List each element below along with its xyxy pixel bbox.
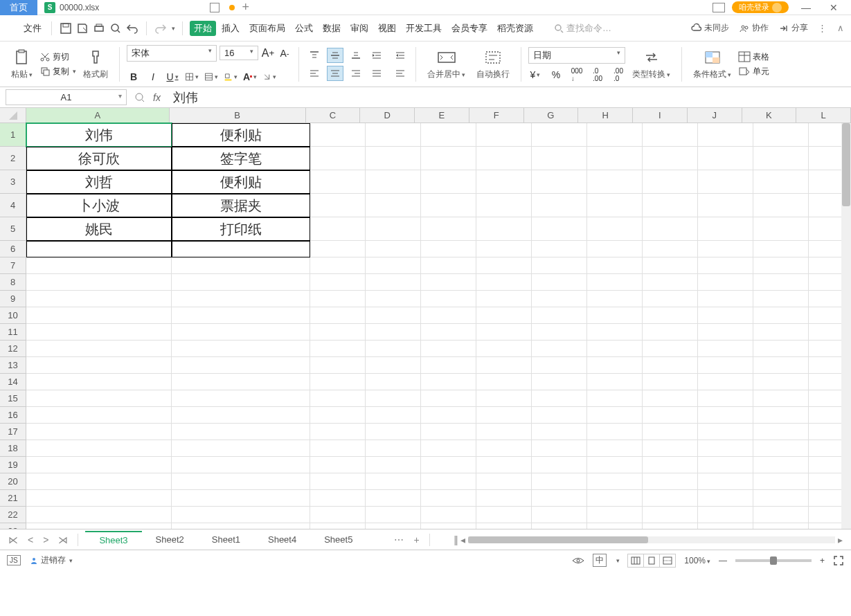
cell-C6[interactable] [310,241,366,257]
cell-K7[interactable] [753,257,809,274]
cell-B9[interactable] [172,291,310,307]
cell-C12[interactable] [310,341,366,357]
sheet-tab-Sheet3[interactable]: Sheet3 [85,531,141,548]
cell-A5[interactable]: 姚民 [26,217,172,241]
window-layout-icon[interactable] [713,3,725,12]
cell-J16[interactable] [698,407,753,424]
cell-I10[interactable] [643,307,698,324]
cell-J1[interactable] [698,123,753,147]
col-header-D[interactable]: D [360,108,415,123]
cell-G20[interactable] [532,473,587,490]
cell-E3[interactable] [421,170,476,194]
cell-J21[interactable] [698,490,753,507]
zoom-in-button[interactable]: + [820,556,825,565]
clear-format-button[interactable]: ▾ [262,70,276,84]
cell-A13[interactable] [26,357,172,374]
cell-B19[interactable] [172,457,310,473]
format-painter-button[interactable]: 格式刷 [79,48,112,80]
col-header-J[interactable]: J [688,108,742,123]
row-header-6[interactable]: 6 [0,241,26,257]
cell-K17[interactable] [753,424,809,440]
cell-B10[interactable] [172,307,310,324]
file-menu[interactable]: 文件 [21,22,44,35]
cell-B12[interactable] [172,341,310,357]
cell-J11[interactable] [698,324,753,341]
cell-D16[interactable] [366,407,421,424]
cell-I11[interactable] [643,324,698,341]
cell-K10[interactable] [753,307,809,324]
cell-A8[interactable] [26,274,172,291]
row-header-19[interactable]: 19 [0,457,26,473]
cell-D1[interactable] [366,123,421,147]
break-view[interactable] [659,554,676,568]
cell-H9[interactable] [587,291,643,307]
cell-C23[interactable] [310,523,366,529]
cell-A2[interactable]: 徐可欣 [26,147,172,170]
cell-K2[interactable] [753,147,809,170]
cell-F1[interactable] [476,123,532,147]
cell-K22[interactable] [753,507,809,523]
row-header-8[interactable]: 8 [0,274,26,291]
command-search[interactable]: 查找命令… [554,22,611,35]
col-header-K[interactable]: K [742,108,797,123]
cell-G19[interactable] [532,457,587,473]
cell-D18[interactable] [366,440,421,457]
cell-A3[interactable]: 刘哲 [26,170,172,194]
cell-B11[interactable] [172,324,310,341]
cell-G21[interactable] [532,490,587,507]
cell-H10[interactable] [587,307,643,324]
comma-button[interactable]: 000↓ [570,68,584,82]
cell-I4[interactable] [643,194,698,217]
cell-E4[interactable] [421,194,476,217]
cell-C1[interactable] [310,123,366,147]
cell-G3[interactable] [532,170,587,194]
col-header-I[interactable]: I [633,108,688,123]
cell-E8[interactable] [421,274,476,291]
fx-icon[interactable]: fx [153,92,161,103]
cell-I21[interactable] [643,490,698,507]
cell-E18[interactable] [421,440,476,457]
cell-B4[interactable]: 票据夹 [172,194,310,217]
cell-H1[interactable] [587,123,643,147]
select-all-corner[interactable] [0,108,26,123]
cell-E19[interactable] [421,457,476,473]
cell-E16[interactable] [421,407,476,424]
undo-icon[interactable] [125,21,139,35]
cell-E7[interactable] [421,257,476,274]
cell-H8[interactable] [587,274,643,291]
cell-G10[interactable] [532,307,587,324]
indent-inc-button[interactable] [368,48,385,63]
worksheet-grid[interactable]: ABCDEFGHIJKL 123456789101112131415161718… [0,108,851,529]
cell-A17[interactable] [26,424,172,440]
cell-C16[interactable] [310,407,366,424]
cell-D2[interactable] [366,147,421,170]
file-tab[interactable]: S 00000.xlsx [37,0,106,15]
cell-C2[interactable] [310,147,366,170]
sheet-nav-last[interactable]: ⋊ [55,534,71,545]
cell-B23[interactable] [172,523,310,529]
cell-K15[interactable] [753,390,809,407]
cell-A11[interactable] [26,324,172,341]
cell-I2[interactable] [643,147,698,170]
row-header-1[interactable]: 1 [0,123,26,147]
cell-K14[interactable] [753,374,809,390]
cell-H4[interactable] [587,194,643,217]
row-header-12[interactable]: 12 [0,341,26,357]
cell-A14[interactable] [26,374,172,390]
cell-E12[interactable] [421,341,476,357]
sheet-more[interactable]: ⋯ [391,534,406,545]
hscroll-right[interactable]: ▸ [835,534,845,545]
cell-E9[interactable] [421,291,476,307]
minimize-button[interactable]: — [796,2,816,13]
row-header-16[interactable]: 16 [0,407,26,424]
cell-G4[interactable] [532,194,587,217]
cell-I13[interactable] [643,357,698,374]
cell-D23[interactable] [366,523,421,529]
cell-D17[interactable] [366,424,421,440]
paste-button[interactable]: 粘贴▾ [7,48,37,80]
cell-J23[interactable] [698,523,753,529]
cell-J22[interactable] [698,507,753,523]
ribbon-tab-1[interactable]: 插入 [217,21,244,36]
sync-status[interactable]: 未同步 [691,22,729,34]
cell-G15[interactable] [532,390,587,407]
